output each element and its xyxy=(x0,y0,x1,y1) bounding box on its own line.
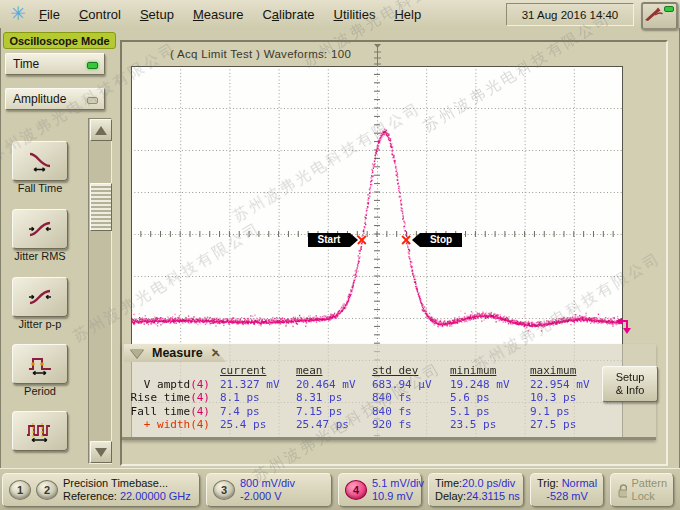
time-dropdown[interactable]: Time xyxy=(5,53,105,75)
jitter-pp-label: Jitter p-p xyxy=(0,318,80,330)
cell-value: 5.6 ps xyxy=(450,391,530,405)
scroll-up-button[interactable] xyxy=(90,119,112,141)
period-label: Period xyxy=(0,385,80,397)
cell-value: 7.4 ps xyxy=(220,405,296,419)
menu-measure[interactable]: Measure xyxy=(193,7,244,22)
col-header-minimum: minimum xyxy=(450,364,530,378)
trigger-status-panel[interactable]: Trig: Normal -528 mV xyxy=(530,473,604,507)
col-header-mean: mean xyxy=(296,364,372,378)
measure-tab[interactable]: Measure ✕ xyxy=(124,344,226,362)
row-label-rise-time: Rise time(4) xyxy=(128,391,220,405)
menu-bar: ✳ File Control Setup Measure Calibrate U… xyxy=(0,0,680,28)
timebase-line2: Reference: 22.00000 GHz xyxy=(63,490,191,503)
period-icon xyxy=(27,353,53,375)
row-label-plus-width: + width(4) xyxy=(128,418,220,432)
oscilloscope-screen: ✳ File Control Setup Measure Calibrate U… xyxy=(0,0,680,510)
scroll-down-button[interactable] xyxy=(90,441,112,463)
cell-value: 10.3 ps xyxy=(530,391,608,405)
col-header-current: current xyxy=(220,364,296,378)
brand-spark-icon: ✳ xyxy=(7,3,29,25)
amplitude-led xyxy=(87,97,98,104)
cell-value: 9.1 ps xyxy=(530,405,608,419)
timebase-line1: Precision Timebase... xyxy=(63,477,191,490)
menu-control[interactable]: Control xyxy=(79,7,121,22)
start-marker-flag[interactable]: Start xyxy=(308,233,350,247)
time-led xyxy=(87,62,98,69)
datetime-display: 31 Aug 2016 14:40 xyxy=(506,3,634,26)
pointing-hand-icon xyxy=(643,4,665,21)
chevron-down-icon xyxy=(95,448,107,457)
cell-value: 7.15 ps xyxy=(296,405,372,419)
jitter-rms-label: Jitter RMS xyxy=(0,250,80,262)
cell-value: 21.327 mV xyxy=(220,378,296,392)
cell-value: 25.4 ps xyxy=(220,418,296,432)
cell-value: 840 fs xyxy=(372,391,450,405)
col-header-maximum: maximum xyxy=(530,364,608,378)
measure-tab-label: Measure xyxy=(152,346,203,360)
row-label-v-amptd: V amptd(4) xyxy=(128,378,220,392)
measure-panel: Measure ✕ current mean std dev minimum m… xyxy=(122,344,656,440)
setup-info-button[interactable]: Setup & Info xyxy=(602,366,658,402)
cell-value: 22.954 mV xyxy=(530,378,608,392)
channel-1-button[interactable]: 1 xyxy=(9,480,31,500)
row-label-fall-time: Fall time(4) xyxy=(128,405,220,419)
menu-utilities[interactable]: Utilities xyxy=(334,7,376,22)
timebase-status-panel[interactable]: 1 2 Precision Timebase... Reference: 22.… xyxy=(2,473,200,507)
channel-2-button[interactable]: 2 xyxy=(36,480,58,500)
channel-4-status-panel[interactable]: 4 5.1 mV/div 10.9 mV xyxy=(338,473,422,507)
measure-dropdown-icon[interactable] xyxy=(130,349,144,358)
menu-help[interactable]: Help xyxy=(394,7,421,22)
jitter-rms-icon xyxy=(27,218,53,240)
acquisition-status-text: ( Acq Limit Test ) Waveforms: 100 xyxy=(170,48,351,60)
touchscreen-button[interactable] xyxy=(641,2,678,30)
cell-value: 25.47 ps xyxy=(296,418,372,432)
touchscreen-led xyxy=(664,6,674,12)
pattern-waveform-icon xyxy=(26,420,54,442)
fall-time-icon xyxy=(27,150,53,172)
cell-value: 840 fs xyxy=(372,405,450,419)
lock-icon xyxy=(617,483,627,498)
amplitude-dropdown[interactable]: Amplitude xyxy=(5,88,105,110)
measure-table: current mean std dev minimum maximum V a… xyxy=(128,364,608,432)
measure-close-icon[interactable]: ✕ xyxy=(211,346,221,360)
cell-value: 27.5 ps xyxy=(530,418,608,432)
menu-setup[interactable]: Setup xyxy=(140,7,174,22)
cell-value: 19.248 mV xyxy=(450,378,530,392)
cell-value: 20.464 mV xyxy=(296,378,372,392)
pattern-lock-button[interactable]: Pattern Lock xyxy=(610,473,674,507)
chevron-up-icon xyxy=(95,126,107,135)
channel-4-button[interactable]: 4 xyxy=(345,480,367,500)
cell-value: 8.1 ps xyxy=(220,391,296,405)
trigger-position-marker xyxy=(371,44,384,67)
cell-value: 23.5 ps xyxy=(450,418,530,432)
oscilloscope-mode-label: Oscilloscope Mode xyxy=(3,32,116,49)
channel-3-status-panel[interactable]: 3 800 mV/div -2.000 V xyxy=(206,473,332,507)
jitter-pp-button[interactable] xyxy=(12,277,68,317)
cell-value: 8.31 ps xyxy=(296,391,372,405)
col-header-std-dev: std dev xyxy=(372,364,450,378)
menu-file[interactable]: File xyxy=(39,7,60,22)
sidebar-scrollbar xyxy=(88,118,112,464)
cell-value: 683.94 µV xyxy=(372,378,450,392)
scroll-thumb[interactable] xyxy=(90,183,112,231)
channel-3-button[interactable]: 3 xyxy=(213,480,235,500)
cell-value: 5.1 ps xyxy=(450,405,530,419)
fall-time-button[interactable] xyxy=(12,141,68,181)
channel-ground-marker-icon[interactable] xyxy=(615,316,633,335)
period-button[interactable] xyxy=(12,344,68,384)
fall-time-label: Fall Time xyxy=(0,182,80,194)
jitter-pp-icon xyxy=(27,286,53,308)
jitter-rms-button[interactable] xyxy=(12,209,68,249)
menu-calibrate[interactable]: Calibrate xyxy=(262,7,314,22)
stop-marker-flag[interactable]: Stop xyxy=(420,233,462,247)
horizontal-status-panel[interactable]: Time:20.0 ps/div Delay:24.3115 ns xyxy=(428,473,524,507)
unit-interval-button[interactable] xyxy=(12,411,68,451)
status-bar: 1 2 Precision Timebase... Reference: 22.… xyxy=(0,468,680,510)
cell-value: 920 fs xyxy=(372,418,450,432)
